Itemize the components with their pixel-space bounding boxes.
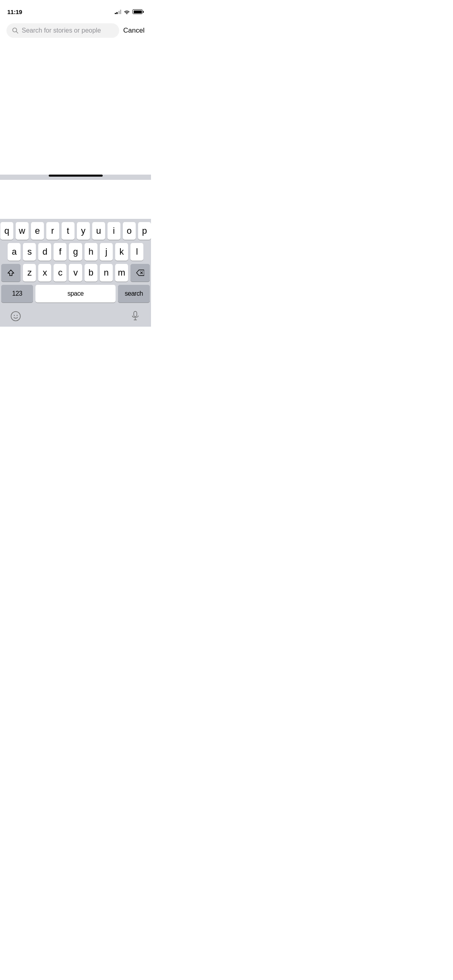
keyboard: q w e r t y u i o p a s d f g h j k l z …: [0, 219, 151, 327]
status-icons: [115, 9, 144, 14]
svg-point-5: [14, 315, 14, 316]
search-bar-container: Cancel: [0, 19, 151, 42]
status-bar: 11:19: [0, 0, 151, 18]
key-g[interactable]: g: [69, 243, 82, 261]
key-h[interactable]: h: [85, 243, 97, 261]
keyboard-row-4: 123 space search: [1, 285, 150, 303]
key-a[interactable]: a: [8, 243, 21, 261]
wifi-icon: [124, 9, 130, 14]
svg-rect-7: [134, 311, 137, 317]
key-d[interactable]: d: [38, 243, 51, 261]
cancel-button[interactable]: Cancel: [123, 25, 145, 36]
home-indicator-area: [0, 175, 151, 180]
emoji-icon: [10, 311, 21, 321]
key-k[interactable]: k: [115, 243, 128, 261]
key-e[interactable]: e: [31, 222, 44, 240]
key-w[interactable]: w: [16, 222, 29, 240]
mic-icon: [131, 311, 140, 321]
key-z[interactable]: z: [23, 264, 36, 282]
key-n[interactable]: n: [100, 264, 113, 282]
shift-key[interactable]: [1, 264, 21, 282]
signal-icon: [115, 9, 122, 14]
emoji-key[interactable]: [8, 308, 24, 324]
key-u[interactable]: u: [92, 222, 105, 240]
shift-icon: [7, 269, 14, 276]
status-time: 11:19: [7, 8, 22, 15]
key-s[interactable]: s: [23, 243, 36, 261]
svg-point-4: [11, 312, 21, 321]
keyboard-bottom: [1, 306, 150, 327]
key-i[interactable]: i: [108, 222, 120, 240]
key-t[interactable]: t: [62, 222, 74, 240]
delete-icon: [136, 270, 144, 276]
keyboard-row-3: z x c v b n m: [1, 264, 150, 282]
battery-icon: [132, 9, 144, 14]
search-input-wrapper[interactable]: [6, 23, 119, 38]
svg-point-6: [17, 315, 17, 316]
key-m[interactable]: m: [115, 264, 128, 282]
key-v[interactable]: v: [69, 264, 82, 282]
key-o[interactable]: o: [123, 222, 136, 240]
key-l[interactable]: l: [130, 243, 143, 261]
search-action-key[interactable]: search: [118, 285, 150, 303]
search-icon: [12, 27, 19, 34]
delete-key[interactable]: [130, 264, 150, 282]
numbers-key[interactable]: 123: [1, 285, 33, 303]
key-b[interactable]: b: [85, 264, 97, 282]
key-p[interactable]: p: [138, 222, 151, 240]
key-f[interactable]: f: [54, 243, 66, 261]
svg-line-1: [17, 32, 18, 33]
mic-key[interactable]: [127, 308, 143, 324]
content-area: [0, 42, 151, 175]
key-x[interactable]: x: [38, 264, 51, 282]
keyboard-row-1: q w e r t y u i o p: [1, 222, 150, 240]
search-input[interactable]: [22, 27, 114, 34]
space-key[interactable]: space: [35, 285, 115, 303]
key-q[interactable]: q: [0, 222, 13, 240]
home-indicator: [49, 175, 103, 177]
key-y[interactable]: y: [77, 222, 90, 240]
key-c[interactable]: c: [54, 264, 66, 282]
key-j[interactable]: j: [100, 243, 113, 261]
key-r[interactable]: r: [46, 222, 59, 240]
keyboard-row-2: a s d f g h j k l: [1, 243, 150, 261]
